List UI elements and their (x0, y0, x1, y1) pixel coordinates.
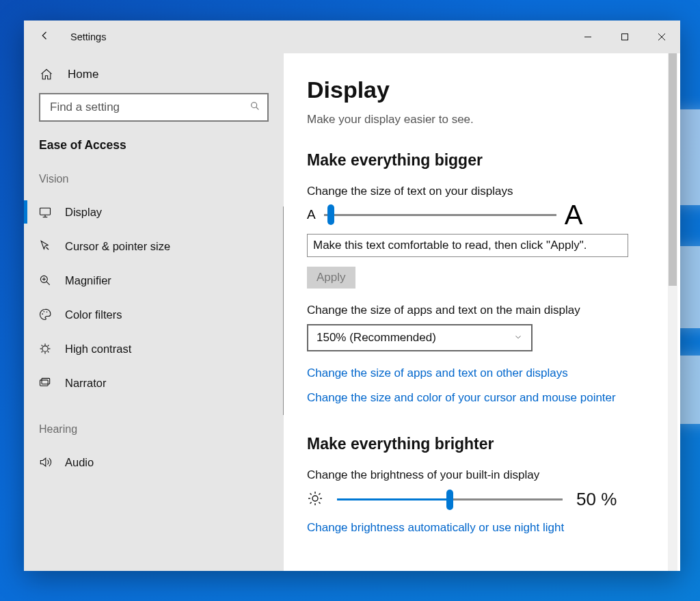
sidebar: Home Find a setting Ease of Access Visio… (24, 53, 284, 571)
home-icon (39, 67, 54, 82)
sidebar-item-audio[interactable]: Audio (24, 445, 284, 479)
back-icon[interactable] (39, 29, 51, 44)
sidebar-item-color-filters[interactable]: Color filters (24, 297, 284, 332)
svg-point-14 (44, 311, 45, 312)
cursor-icon (38, 239, 53, 254)
home-label: Home (68, 68, 98, 81)
search-placeholder: Find a setting (50, 101, 120, 114)
audio-icon (38, 455, 53, 470)
sidebar-item-label: Display (65, 206, 102, 219)
page-subtitle: Make your display easier to see. (307, 113, 653, 126)
window-title: Settings (70, 31, 106, 42)
svg-point-16 (42, 346, 48, 351)
sidebar-item-label: Magnifier (65, 274, 111, 287)
svg-line-22 (48, 351, 49, 353)
section-brighter-heading: Make everything brighter (307, 435, 653, 453)
brightness-value: 50 % (576, 489, 617, 510)
settings-window: Settings Home Find a setting (24, 21, 680, 571)
search-input[interactable]: Find a setting (39, 93, 269, 122)
search-icon (250, 101, 260, 115)
svg-line-10 (46, 282, 50, 285)
sidebar-group-label: Hearing (24, 419, 284, 445)
display-icon (38, 204, 53, 219)
sidebar-item-narrator[interactable]: Narrator (24, 366, 284, 400)
apps-size-value: 150% (Recommended) (317, 331, 436, 345)
sidebar-item-label: Narrator (65, 377, 107, 390)
maximize-button[interactable] (606, 21, 643, 53)
sidebar-item-label: Cursor & pointer size (65, 240, 170, 253)
minimize-button[interactable] (569, 21, 606, 53)
svg-rect-26 (42, 378, 50, 384)
big-a-icon: A (565, 205, 583, 224)
palette-icon (38, 307, 53, 322)
brightness-slider[interactable] (337, 498, 563, 500)
apps-size-select[interactable]: 150% (Recommended) (307, 324, 533, 351)
section-bigger-heading: Make everything bigger (307, 151, 653, 170)
svg-line-23 (42, 351, 43, 353)
category-title: Ease of Access (24, 134, 284, 169)
text-size-label: Change the size of text on your displays (307, 185, 653, 198)
svg-line-32 (310, 493, 312, 494)
page-title: Display (307, 77, 653, 103)
svg-point-15 (46, 311, 48, 312)
link-other-displays[interactable]: Change the size of apps and text on othe… (307, 366, 653, 380)
sample-text-preview: Make this text comfortable to read, then… (307, 234, 628, 257)
svg-point-27 (312, 496, 318, 501)
svg-line-33 (319, 502, 320, 503)
svg-line-21 (42, 345, 43, 347)
home-item[interactable]: Home (24, 59, 284, 93)
svg-point-4 (252, 102, 257, 107)
sidebar-item-high-contrast[interactable]: High contrast (24, 332, 284, 366)
close-button[interactable] (643, 21, 680, 53)
svg-line-5 (256, 107, 259, 109)
sidebar-item-cursor-pointer-size[interactable]: Cursor & pointer size (24, 229, 284, 263)
sidebar-item-label: High contrast (65, 343, 131, 356)
svg-rect-25 (40, 380, 49, 386)
svg-rect-1 (622, 34, 628, 40)
text-size-slider[interactable]: A A (307, 205, 653, 224)
sidebar-group-label: Vision (24, 169, 284, 195)
brightness-icon (307, 490, 323, 509)
brightness-label: Change the brightness of your built-in d… (307, 468, 653, 482)
titlebar: Settings (24, 21, 680, 53)
sidebar-item-label: Audio (65, 456, 94, 469)
sidebar-item-display[interactable]: Display (24, 195, 284, 229)
narrator-icon (38, 375, 53, 390)
link-auto-brightness[interactable]: Change brightness automatically or use n… (307, 521, 653, 535)
svg-line-24 (48, 345, 49, 347)
apps-size-label: Change the size of apps and text on the … (307, 304, 653, 317)
content-area: Display Make your display easier to see.… (284, 53, 680, 571)
sidebar-item-label: Color filters (65, 308, 122, 321)
svg-line-34 (310, 502, 312, 503)
window-controls (569, 21, 680, 53)
sidebar-item-magnifier[interactable]: Magnifier (24, 263, 284, 297)
magnifier-icon (38, 273, 53, 288)
small-a-icon: A (307, 207, 316, 222)
svg-point-13 (42, 313, 43, 315)
svg-line-35 (319, 493, 320, 494)
apply-button[interactable]: Apply (307, 267, 355, 289)
contrast-icon (38, 341, 53, 356)
text-slider-track[interactable] (324, 214, 556, 216)
svg-rect-6 (40, 208, 51, 215)
link-cursor-size[interactable]: Change the size and color of your cursor… (307, 391, 653, 405)
content-scrollbar[interactable] (668, 53, 677, 571)
chevron-down-icon (513, 332, 523, 344)
